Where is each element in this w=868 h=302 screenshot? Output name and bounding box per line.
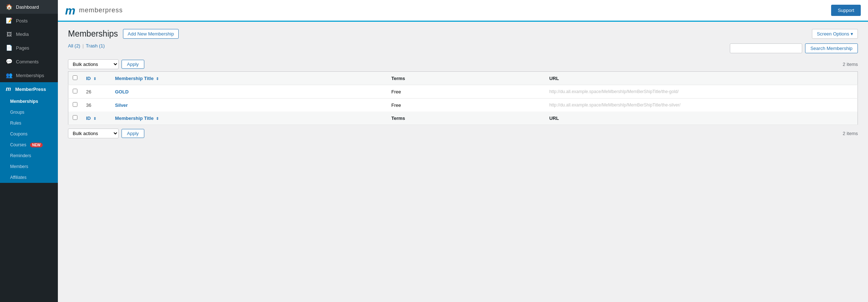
page-header: Memberships Add New Membership Screen Op…	[68, 29, 858, 39]
affiliates-label: Affiliates	[10, 175, 26, 180]
id-sort-icon-footer: ⇕	[93, 117, 96, 121]
row-checkbox-cell-1	[68, 98, 82, 112]
sidebar-item-label: Comments	[16, 59, 39, 64]
sidebar-item-pages[interactable]: 📄 Pages	[0, 41, 58, 55]
top-toolbar: Bulk actions Apply 2 items	[68, 59, 858, 69]
col-title-footer[interactable]: Membership Title ⇕	[111, 112, 387, 125]
id-sort-icon: ⇕	[93, 77, 96, 81]
topbar-logo: m memberpress	[65, 5, 831, 16]
col-url-footer: URL	[545, 112, 858, 125]
comments-icon: 💬	[6, 58, 12, 65]
table-row: 36 Silver Free http://du.all.example.spa…	[68, 98, 858, 112]
reminders-label: Reminders	[10, 153, 31, 158]
dashboard-icon: 🏠	[6, 4, 12, 10]
sidebar: 🏠 Dashboard 📝 Posts 🖼 Media 📄 Pages 💬 Co…	[0, 0, 58, 302]
sidebar-item-reminders[interactable]: Reminders	[0, 150, 58, 161]
rules-label: Rules	[10, 121, 21, 126]
title-sort-icon: ⇕	[156, 77, 159, 81]
content-area: Memberships Add New Membership Screen Op…	[58, 22, 868, 302]
sidebar-item-media[interactable]: 🖼 Media	[0, 28, 58, 41]
sidebar-item-label: Dashboard	[16, 4, 39, 10]
row-id-0: 26	[82, 85, 111, 98]
apply-button-bottom[interactable]: Apply	[122, 129, 144, 138]
table-body: 26 GOLD Free http://du.all.example.space…	[68, 85, 858, 112]
chevron-down-icon: ▾	[851, 31, 853, 37]
memberships-menu-icon: 👥	[6, 72, 12, 79]
mp-wordmark: memberpress	[79, 7, 123, 14]
row-id-1: 36	[82, 98, 111, 112]
title-sort-icon-footer: ⇕	[156, 117, 159, 121]
col-check-header	[68, 72, 82, 85]
mp-logo-letter: m	[65, 5, 75, 16]
main-panel: m memberpress Support Memberships Add Ne…	[58, 0, 868, 302]
memberpress-header[interactable]: m MemberPress	[0, 82, 58, 96]
memberships-label: Memberships	[10, 99, 38, 104]
toolbar-left-bottom: Bulk actions Apply	[68, 129, 144, 138]
col-id-header[interactable]: ID ⇕	[82, 72, 111, 85]
groups-label: Groups	[10, 110, 24, 115]
sidebar-item-posts[interactable]: 📝 Posts	[0, 14, 58, 28]
sidebar-item-groups[interactable]: Groups	[0, 107, 58, 118]
courses-badge: NEW	[30, 143, 43, 147]
memberpress-icon: m	[6, 86, 12, 92]
sidebar-item-label: Posts	[16, 18, 28, 24]
items-count-top: 2 items	[840, 62, 858, 67]
page-title-row: Memberships Add New Membership	[68, 29, 179, 39]
sidebar-item-courses[interactable]: Courses NEW	[0, 139, 58, 150]
filter-tab-trash[interactable]: Trash (1)	[86, 42, 105, 49]
sidebar-item-label: Media	[16, 32, 29, 37]
coupons-label: Coupons	[10, 131, 27, 137]
topbar: m memberpress Support	[58, 0, 868, 22]
sidebar-item-memberships-menu[interactable]: 👥 Memberships	[0, 68, 58, 82]
add-new-membership-button[interactable]: Add New Membership	[123, 29, 179, 39]
row-checkbox-1[interactable]	[73, 102, 77, 107]
row-title-0: GOLD	[111, 85, 387, 98]
toolbar-left-top: Bulk actions Apply	[68, 59, 144, 69]
table-footer-row: ID ⇕ Membership Title ⇕ Terms URL	[68, 112, 858, 125]
members-label: Members	[10, 164, 28, 169]
screen-options-button[interactable]: Screen Options ▾	[812, 29, 858, 39]
bottom-toolbar: Bulk actions Apply 2 items	[68, 129, 858, 138]
apply-button-top[interactable]: Apply	[122, 60, 144, 69]
row-terms-1: Free	[387, 98, 545, 112]
search-membership-button[interactable]: Search Membership	[805, 43, 858, 53]
col-url-header: URL	[545, 72, 858, 85]
search-toolbar: Search Membership	[730, 43, 858, 53]
bulk-actions-select-bottom[interactable]: Bulk actions	[68, 129, 119, 138]
select-all-checkbox-bottom[interactable]	[73, 115, 77, 120]
support-button[interactable]: Support	[831, 5, 861, 16]
search-membership-input[interactable]	[730, 43, 802, 53]
row-checkbox-cell-0	[68, 85, 82, 98]
screen-options-label: Screen Options	[817, 31, 849, 37]
pages-icon: 📄	[6, 45, 12, 51]
sidebar-item-coupons[interactable]: Coupons	[0, 129, 58, 139]
media-icon: 🖼	[6, 31, 12, 37]
row-checkbox-0[interactable]	[73, 89, 77, 93]
sidebar-item-memberships[interactable]: Memberships	[0, 96, 58, 107]
sidebar-item-comments[interactable]: 💬 Comments	[0, 55, 58, 68]
table-header-row: ID ⇕ Membership Title ⇕ Terms URL	[68, 72, 858, 85]
col-terms-footer: Terms	[387, 112, 545, 125]
memberships-table: ID ⇕ Membership Title ⇕ Terms URL	[68, 71, 858, 125]
row-terms-0: Free	[387, 85, 545, 98]
col-check-footer	[68, 112, 82, 125]
items-count-bottom: 2 items	[840, 131, 858, 136]
courses-label: Courses	[10, 142, 26, 147]
select-all-checkbox-top[interactable]	[73, 75, 77, 80]
membership-title-link-1[interactable]: Silver	[115, 102, 128, 108]
memberpress-label: MemberPress	[15, 87, 46, 92]
sidebar-item-label: Pages	[16, 45, 29, 51]
page-title: Memberships	[68, 29, 118, 39]
col-id-footer[interactable]: ID ⇕	[82, 112, 111, 125]
col-title-header[interactable]: Membership Title ⇕	[111, 72, 387, 85]
sidebar-item-label: Memberships	[16, 73, 44, 78]
filter-tab-all[interactable]: All (2)	[68, 42, 80, 49]
col-terms-header: Terms	[387, 72, 545, 85]
bulk-actions-select-top[interactable]: Bulk actions	[68, 59, 119, 69]
sidebar-item-members[interactable]: Members	[0, 161, 58, 172]
sidebar-item-rules[interactable]: Rules	[0, 118, 58, 129]
membership-title-link-0[interactable]: GOLD	[115, 89, 129, 95]
sidebar-item-dashboard[interactable]: 🏠 Dashboard	[0, 0, 58, 14]
sidebar-item-affiliates[interactable]: Affiliates	[0, 172, 58, 183]
table-row: 26 GOLD Free http://du.all.example.space…	[68, 85, 858, 98]
